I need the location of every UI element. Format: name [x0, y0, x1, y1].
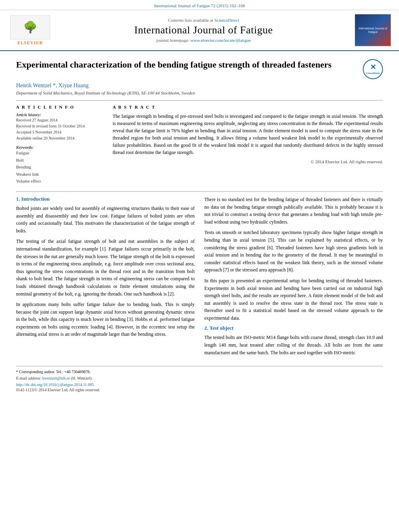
section2-heading: 2. Test object [204, 325, 383, 331]
journal-cover-image: International Journal of Fatigue [355, 14, 391, 46]
article-title-row: Experimental characterization of the ben… [16, 59, 383, 79]
keywords-block: Keywords: Fatigue Bolt Bending Weakest l… [16, 145, 105, 185]
cover-title: International Journal of Fatigue [357, 27, 389, 34]
article-info-label: A R T I C L E I N F O [16, 105, 105, 109]
footnote-star: * Corresponding author. Tel.: +46 730469… [16, 370, 90, 374]
section1-para3: In applications many bolts suffer fatigu… [16, 301, 195, 338]
author-names: Henrik Wentzel *, Xiyue Huang [16, 82, 88, 88]
accepted-date: Accepted 5 November 2014 [16, 129, 105, 135]
page: International Journal of Fatigue 72 (201… [0, 0, 399, 532]
elsevier-logo: 🌳 ELSEVIER [8, 15, 52, 45]
article-content: Experimental characterization of the ben… [0, 51, 399, 400]
journal-reference: International Journal of Fatigue 72 (201… [154, 3, 245, 8]
authors-line: Henrik Wentzel *, Xiyue Huang [16, 82, 383, 89]
journal-homepage: journal homepage: www.elsevier.com/locat… [56, 38, 351, 43]
article-history-block: Article history: Received 27 August 2014… [16, 113, 105, 141]
abstract-label: A B S T R A C T [113, 105, 383, 109]
logo-tree-icon: 🌳 [23, 22, 37, 33]
info-abstract-row: A R T I C L E I N F O Article history: R… [16, 105, 383, 185]
elsevier-logo-image: 🌳 [10, 15, 50, 39]
journal-header: 🌳 ELSEVIER Contents lists available at S… [0, 10, 399, 51]
received-date: Received 27 August 2014 [16, 117, 105, 123]
crossmark-label: CrossMark [366, 72, 380, 75]
abstract-text: The fatigue strength in bending of pre-s… [113, 113, 383, 156]
body-col-right: There is no standard test for the bendin… [204, 196, 383, 359]
keyword-fatigue: Fatigue [16, 150, 105, 157]
sciencedirect-link[interactable]: ScienceDirect [214, 18, 239, 23]
received-revised-date: Received in revised form 31 October 2014 [16, 123, 105, 129]
footnotes: * Corresponding author. Tel.: +46 730469… [16, 369, 383, 382]
body-col-left: 1. Introduction Bolted joints are widely… [16, 196, 195, 359]
top-bar: International Journal of Fatigue 72 (201… [0, 0, 399, 10]
section1-right-para3: In this paper is presented an experiment… [204, 277, 383, 322]
footer-doi[interactable]: http://dx.doi.org/10.1016/j.ijfatigue.20… [16, 382, 383, 387]
journal-main-title: International Journal of Fatigue [56, 24, 351, 36]
crossmark-icon: ✕ [370, 64, 376, 71]
keywords-label: Keywords: [16, 145, 105, 150]
journal-title-block: Contents lists available at ScienceDirec… [56, 18, 351, 43]
keyword-volume-effect: Volume effect [16, 178, 105, 185]
section1-para2: The testing of the axial fatigue strengt… [16, 238, 195, 298]
article-title: Experimental characterization of the ben… [16, 59, 331, 71]
footnote-star-line: * Corresponding author. Tel.: +46 730469… [16, 369, 383, 375]
section2-para1: The tested bolts are ISO-metric M14 flan… [204, 334, 383, 356]
section1-heading: 1. Introduction [16, 196, 195, 202]
footnote-email-line: E-mail address: hwentzel@kth.se (H. Went… [16, 375, 383, 382]
homepage-link[interactable]: www.elsevier.com/locate/ijfatigue [190, 38, 251, 43]
abstract-column: A B S T R A C T The fatigue strength in … [113, 105, 383, 185]
crossmark-badge: ✕ CrossMark [363, 59, 383, 79]
footnote-email[interactable]: hwentzel@kth.se [42, 376, 70, 380]
divider-2 [16, 191, 383, 192]
contents-line: Contents lists available at ScienceDirec… [56, 18, 351, 23]
copyright-line: © 2014 Elsevier Ltd. All rights reserved… [113, 159, 383, 164]
keyword-bolt: Bolt [16, 157, 105, 164]
footer-divider [16, 366, 383, 366]
section1-para1: Bolted joints are widely used for assemb… [16, 205, 195, 234]
history-label: Article history: [16, 113, 105, 117]
divider-1 [16, 100, 383, 101]
elsevier-wordmark: ELSEVIER [17, 40, 43, 45]
footer-copyright: 0142-1123/© 2014 Elsevier Ltd. All right… [16, 388, 383, 392]
keyword-weakest-link: Weakest link [16, 171, 105, 178]
section1-right-para1: There is no standard test for the bendin… [204, 196, 383, 226]
body-two-col: 1. Introduction Bolted joints are widely… [16, 196, 383, 359]
affiliation-line: Department of Solid Mechanics, Royal Ins… [16, 90, 383, 95]
article-info-column: A R T I C L E I N F O Article history: R… [16, 105, 105, 185]
section1-right-para2: Tests on smooth or notched laboratory sp… [204, 229, 383, 274]
available-date: Available online 20 November 2014 [16, 135, 105, 141]
keyword-bending: Bending [16, 164, 105, 171]
